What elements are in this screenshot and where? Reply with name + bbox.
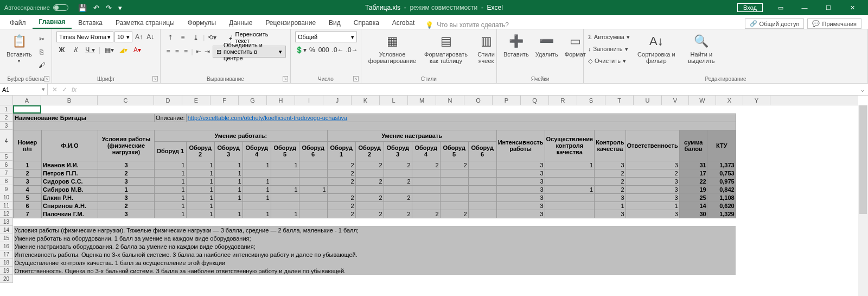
italic-button[interactable]: К	[71, 45, 81, 55]
tab-home[interactable]: Главная	[33, 16, 72, 29]
currency-icon[interactable]: 💲▾	[295, 45, 306, 55]
tab-acrobat[interactable]: Acrobat	[386, 17, 421, 29]
clipboard-dialog-launcher[interactable]: ↘	[44, 76, 49, 81]
column-header-C[interactable]: C	[98, 96, 154, 105]
undo-icon[interactable]: ↶	[93, 4, 99, 12]
row-header-3[interactable]: 3	[0, 122, 12, 130]
ribbon-display-icon[interactable]: ▭	[769, 0, 792, 15]
align-center-icon[interactable]: ≡	[174, 46, 180, 57]
number-format-select[interactable]: Общий▾	[295, 32, 357, 42]
row-header-19[interactable]: 19	[0, 267, 12, 275]
column-header-I[interactable]: I	[295, 96, 323, 105]
vertical-scrollbar[interactable]	[858, 105, 868, 296]
share-button[interactable]: 🔗 Общий доступ	[745, 18, 805, 29]
qat-customize-icon[interactable]: ▾	[118, 4, 122, 12]
formula-input[interactable]	[81, 84, 857, 95]
column-header-J[interactable]: J	[323, 96, 352, 105]
tab-layout[interactable]: Разметка страницы	[109, 17, 181, 29]
comments-button[interactable]: 💬 Примечания	[807, 18, 861, 29]
font-size-select[interactable]: 10▾	[114, 32, 132, 42]
align-middle-icon[interactable]: ≡	[177, 32, 188, 43]
row-header-14[interactable]: 14	[0, 226, 12, 234]
column-header-F[interactable]: F	[210, 96, 239, 105]
comma-style-icon[interactable]: 000	[318, 45, 329, 55]
row-header-18[interactable]: 18	[0, 259, 12, 267]
column-header-L[interactable]: L	[380, 96, 408, 105]
align-right-icon[interactable]: ≡	[182, 46, 189, 57]
align-top-icon[interactable]: ⤒	[165, 32, 175, 43]
minimize-icon[interactable]: —	[793, 0, 816, 15]
column-header-E[interactable]: E	[182, 96, 210, 105]
tab-view[interactable]: Вид	[322, 17, 347, 29]
column-header-M[interactable]: M	[408, 96, 436, 105]
bold-button[interactable]: Ж	[56, 45, 67, 55]
percent-icon[interactable]: %	[309, 45, 315, 55]
column-header-D[interactable]: D	[154, 96, 182, 105]
increase-indent-icon[interactable]: ⇥	[204, 46, 210, 57]
column-header-Q[interactable]: Q	[521, 96, 549, 105]
row-header-15[interactable]: 15	[0, 234, 12, 242]
autosum-button[interactable]: Σ Автосумма ▾	[588, 32, 630, 42]
fill-color-button[interactable]: ◢▾	[118, 45, 129, 55]
tab-file[interactable]: Файл	[3, 17, 33, 29]
toggle-switch[interactable]	[53, 4, 68, 11]
column-header-Y[interactable]: Y	[743, 96, 770, 105]
increase-decimal-icon[interactable]: .0←	[333, 45, 343, 55]
row-header-17[interactable]: 17	[0, 250, 12, 259]
column-header-G[interactable]: G	[239, 96, 267, 105]
maximize-icon[interactable]: ☐	[817, 0, 840, 15]
column-header-W[interactable]: W	[689, 96, 716, 105]
sort-filter-button[interactable]: A↓Сортировка и фильтр	[635, 32, 678, 65]
column-header-P[interactable]: P	[493, 96, 521, 105]
row-header-7[interactable]: 7	[0, 169, 12, 177]
tab-data[interactable]: Данные	[222, 17, 259, 29]
tab-formulas[interactable]: Формулы	[181, 17, 222, 29]
decrease-indent-icon[interactable]: ⇤	[195, 46, 202, 57]
format-painter-icon[interactable]: 🖌	[36, 60, 47, 71]
font-name-select[interactable]: Times New Roma▾	[56, 32, 113, 42]
row-header-12[interactable]: 12	[0, 210, 12, 218]
cut-icon[interactable]: ✂	[36, 34, 47, 45]
column-header-K[interactable]: K	[352, 96, 380, 105]
font-dialog-launcher[interactable]: ↘	[152, 76, 158, 81]
align-left-icon[interactable]: ≡	[165, 46, 171, 57]
column-header-X[interactable]: X	[716, 96, 743, 105]
delete-cells-button[interactable]: ➖Удалить	[533, 32, 560, 59]
row-header-2[interactable]: 2	[0, 114, 12, 122]
row-header-20[interactable]: 20	[0, 275, 12, 283]
find-select-button[interactable]: 🔍Найти и выделить	[683, 32, 720, 65]
row-header-5[interactable]: 5	[0, 153, 12, 161]
redo-icon[interactable]: ↷	[106, 4, 112, 12]
column-header-N[interactable]: N	[436, 96, 464, 105]
cell-styles-button[interactable]: ▥Стили ячеек	[473, 32, 499, 65]
name-box[interactable]: A1▾	[0, 84, 48, 95]
merge-center-button[interactable]: ⊞ Объединить и поместить в центре ▾	[213, 46, 286, 58]
row-header-6[interactable]: 6	[0, 161, 12, 169]
spreadsheet-grid[interactable]: ABCDEFGHIJKLMNOPQRSTUVWXY 12345678910111…	[0, 96, 868, 296]
expand-formula-bar-icon[interactable]: ⌄	[857, 84, 868, 95]
decrease-font-icon[interactable]: A↓	[145, 32, 156, 42]
alignment-dialog-launcher[interactable]: ↘	[283, 76, 288, 81]
row-header-9[interactable]: 9	[0, 185, 12, 193]
row-header-13[interactable]: 13	[0, 218, 12, 226]
column-header-V[interactable]: V	[662, 96, 689, 105]
save-icon[interactable]: 💾	[78, 4, 87, 12]
underline-button[interactable]: Ч ▾	[85, 45, 95, 55]
column-header-T[interactable]: T	[605, 96, 634, 105]
row-header-10[interactable]: 10	[0, 193, 12, 201]
font-color-button[interactable]: A▾	[132, 45, 143, 55]
login-button[interactable]: Вход	[737, 3, 763, 12]
increase-font-icon[interactable]: A↑	[133, 32, 144, 42]
row-header-8[interactable]: 8	[0, 177, 12, 185]
paste-button[interactable]: 📋 Вставить▾	[4, 32, 34, 65]
column-header-B[interactable]: B	[41, 96, 98, 105]
column-header-R[interactable]: R	[549, 96, 577, 105]
decrease-decimal-icon[interactable]: .0→	[347, 45, 358, 55]
column-header-A[interactable]: A	[13, 96, 41, 105]
tell-me-search[interactable]: 💡 Что вы хотите сделать?	[421, 21, 513, 29]
tab-help[interactable]: Справка	[347, 17, 386, 29]
conditional-formatting-button[interactable]: ▦Условное форматирование	[366, 32, 419, 65]
cancel-formula-icon[interactable]: ✕	[52, 86, 58, 93]
column-header-O[interactable]: O	[464, 96, 493, 105]
copy-icon[interactable]: ⎘	[36, 47, 47, 58]
